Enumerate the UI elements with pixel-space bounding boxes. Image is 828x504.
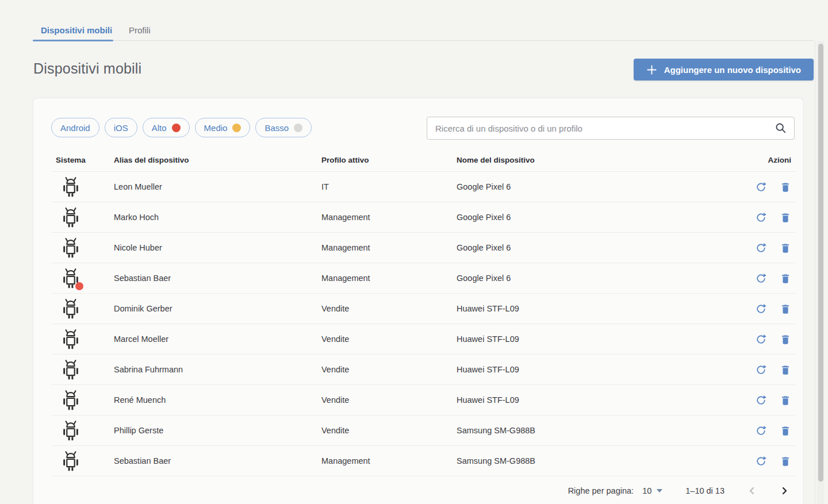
table-row[interactable]: Phillip Gerste Vendite Samsung SM-G988B — [51, 415, 796, 445]
actions-cell — [718, 272, 796, 284]
delete-device-button[interactable] — [779, 180, 791, 193]
delete-device-button[interactable] — [779, 363, 791, 376]
profile-cell: Vendite — [321, 426, 457, 435]
trash-icon — [780, 211, 791, 224]
column-header-sistema: Sistema — [51, 156, 114, 164]
risk-badge — [75, 282, 83, 290]
filter-chip[interactable]: Basso — [255, 118, 312, 137]
add-device-button[interactable]: Aggiungere un nuovo dispositivo — [634, 59, 814, 80]
plus-icon — [646, 64, 657, 75]
device-cell: Huawei STF-L09 — [457, 365, 718, 374]
system-cell — [51, 175, 114, 198]
pagination-range: 1–10 di 13 — [685, 486, 724, 495]
table-row[interactable]: Sebastian Baer Management Samsung SM-G98… — [51, 445, 796, 476]
sync-device-button[interactable] — [755, 333, 767, 345]
delete-device-button[interactable] — [779, 394, 791, 406]
profile-cell: Management — [321, 243, 457, 252]
android-icon — [60, 449, 81, 472]
android-icon — [60, 236, 81, 259]
delete-device-button[interactable] — [779, 302, 791, 315]
refresh-icon — [755, 181, 767, 193]
refresh-icon — [755, 455, 767, 467]
android-icon — [60, 297, 81, 320]
sync-device-button[interactable] — [755, 211, 767, 224]
trash-icon — [780, 364, 791, 376]
previous-page-button[interactable] — [747, 486, 757, 495]
android-icon — [60, 358, 81, 381]
active-tab-underline — [33, 40, 113, 41]
table-row[interactable]: Leon Mueller IT Google Pixel 6 — [51, 171, 796, 202]
sync-device-button[interactable] — [755, 394, 767, 406]
device-cell: Google Pixel 6 — [457, 182, 718, 191]
actions-cell — [718, 211, 796, 224]
profile-cell: Vendite — [321, 395, 457, 405]
table-row[interactable]: Nicole Huber Management Google Pixel 6 — [51, 232, 796, 263]
delete-device-button[interactable] — [779, 333, 791, 345]
trash-icon — [780, 181, 791, 193]
table-row[interactable]: Sabrina Fuhrmann Vendite Huawei STF-L09 — [51, 354, 796, 384]
chip-label: iOS — [114, 123, 128, 133]
trash-icon — [780, 272, 791, 284]
devices-table: Sistema Alias del dispositivo Profilo at… — [51, 149, 796, 476]
trash-icon — [780, 242, 791, 254]
table-row[interactable]: Marko Hoch Management Google Pixel 6 — [51, 202, 796, 232]
chip-dot — [172, 124, 181, 132]
android-icon — [60, 419, 81, 442]
chip-dot — [294, 124, 302, 132]
sync-device-button[interactable] — [755, 272, 767, 284]
delete-device-button[interactable] — [779, 211, 791, 224]
sync-device-button[interactable] — [755, 180, 767, 193]
search-icon[interactable] — [775, 122, 787, 134]
sync-device-button[interactable] — [755, 424, 767, 437]
alias-cell: Marko Hoch — [114, 213, 321, 222]
filter-chips: Android iOS Alto Medio Basso — [51, 118, 312, 137]
content-edge-divider — [815, 40, 815, 504]
profile-cell: Management — [321, 274, 457, 283]
trash-icon — [780, 333, 791, 345]
search-input[interactable] — [427, 124, 770, 133]
trash-icon — [780, 425, 791, 437]
device-cell: Google Pixel 6 — [457, 213, 718, 222]
alias-cell: Phillip Gerste — [114, 426, 321, 435]
alias-cell: René Muench — [114, 395, 321, 405]
table-row[interactable]: Marcel Moeller Vendite Huawei STF-L09 — [51, 324, 796, 354]
actions-cell — [718, 302, 796, 315]
sync-device-button[interactable] — [755, 363, 767, 376]
delete-device-button[interactable] — [779, 272, 791, 284]
column-header-profilo: Profilo attivo — [321, 156, 457, 164]
profile-cell: Vendite — [321, 304, 457, 313]
profile-cell: Management — [321, 456, 457, 465]
chip-label: Basso — [264, 123, 289, 133]
sync-device-button[interactable] — [755, 455, 767, 467]
profile-cell: IT — [321, 182, 457, 191]
tab-dispositivi-mobili[interactable]: Dispositivi mobili — [41, 25, 112, 35]
refresh-icon — [755, 364, 767, 376]
trash-icon — [780, 394, 791, 406]
table-header-row: Sistema Alias del dispositivo Profilo at… — [51, 149, 796, 171]
alias-cell: Marcel Moeller — [114, 334, 321, 344]
rows-per-page-select[interactable]: 10 — [642, 486, 662, 495]
page-title: Dispositivi mobili — [33, 60, 141, 77]
delete-device-button[interactable] — [779, 424, 791, 437]
refresh-icon — [755, 242, 767, 254]
refresh-icon — [755, 211, 767, 224]
sync-device-button[interactable] — [755, 241, 767, 254]
next-page-button[interactable] — [780, 486, 789, 495]
device-cell: Samsung SM-G988B — [457, 456, 718, 465]
chip-label: Alto — [152, 123, 167, 133]
filter-chip[interactable]: Medio — [195, 118, 251, 137]
table-row[interactable]: Dominik Gerber Vendite Huawei STF-L09 — [51, 293, 796, 324]
table-body: Leon Mueller IT Google Pixel 6 — [51, 171, 796, 476]
table-row[interactable]: René Muench Vendite Huawei STF-L09 — [51, 384, 796, 415]
filter-chip[interactable]: Alto — [143, 118, 190, 137]
scrollbar-thumb[interactable] — [818, 44, 823, 482]
table-row[interactable]: Sebastian Baer Management Google Pixel 6 — [51, 263, 796, 293]
filter-chip[interactable]: iOS — [105, 118, 137, 137]
sync-device-button[interactable] — [755, 302, 767, 315]
delete-device-button[interactable] — [779, 455, 791, 467]
tab-profili[interactable]: Profili — [129, 25, 151, 35]
search-box — [427, 117, 795, 140]
filter-chip[interactable]: Android — [51, 118, 99, 137]
delete-device-button[interactable] — [779, 241, 791, 254]
refresh-icon — [755, 303, 767, 315]
